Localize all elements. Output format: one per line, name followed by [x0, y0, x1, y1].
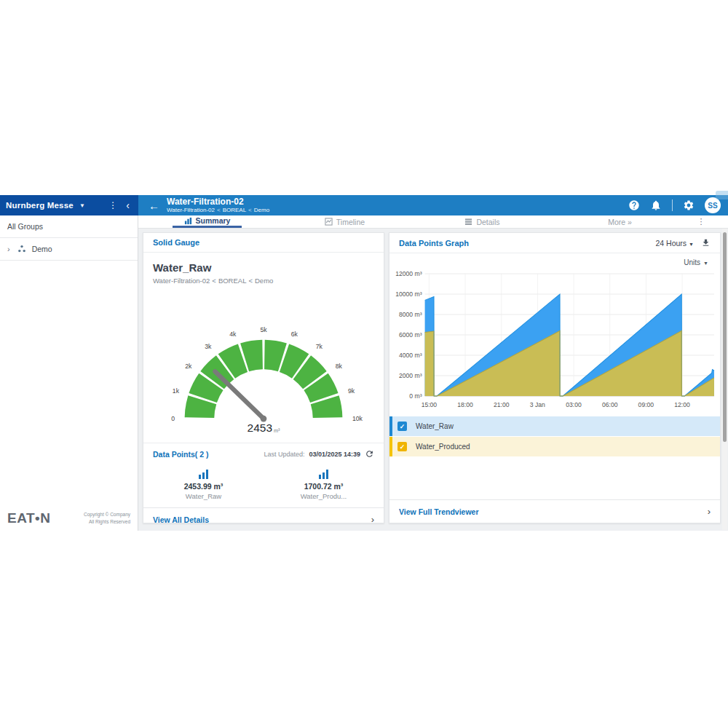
last-updated-value: 03/01/2025 14:39: [309, 451, 360, 458]
gauge-tick-label: 8k: [336, 363, 343, 370]
x-tick-label: 12:00: [674, 401, 690, 408]
units-label: Units: [684, 258, 700, 266]
breadcrumb-item[interactable]: BOREAL: [223, 207, 246, 213]
breadcrumb-item: Water-Filtration-02: [153, 277, 210, 285]
download-icon[interactable]: [701, 238, 711, 248]
data-point-value: 2453.99 m³: [184, 482, 223, 491]
timeline-icon: [325, 218, 333, 226]
series-area-water_produced: [425, 331, 714, 396]
tabs-more-options-icon[interactable]: ⋮: [689, 215, 713, 228]
data-points-title: Data Points( 2 ): [153, 450, 208, 459]
org-name: Nurnberg Messe: [6, 201, 74, 210]
view-all-details-link[interactable]: View All Details: [153, 515, 209, 524]
copyright-text: Copyright © Company All Rights Reserved: [84, 511, 130, 526]
header-divider: [672, 199, 673, 211]
area-chart[interactable]: 0 m³2000 m³4000 m³6000 m³8000 m³10000 m³…: [392, 268, 717, 411]
breadcrumb-item[interactable]: Water-Filtration-02: [167, 207, 215, 213]
org-switcher[interactable]: Nurnberg Messe ▼ ⋮ ‹: [0, 195, 138, 215]
x-tick-label: 06:00: [602, 401, 618, 408]
breadcrumb-separator: <: [248, 207, 252, 213]
chevron-right-icon[interactable]: ›: [7, 245, 10, 253]
scrollbar-track[interactable]: [722, 229, 727, 530]
y-tick-label: 12000 m³: [395, 270, 422, 277]
gauge-value: 2453m³: [248, 422, 280, 434]
tab-timeline[interactable]: Timeline: [276, 215, 414, 228]
x-tick-label: 15:00: [422, 401, 438, 408]
last-updated-label: Last Updated:: [264, 451, 304, 458]
breadcrumb-item[interactable]: Demo: [254, 207, 269, 213]
graph-card-header: Data Points Graph 24 Hours▼: [389, 233, 720, 253]
avatar[interactable]: SS: [705, 197, 721, 213]
settings-gear-icon[interactable]: [683, 199, 695, 211]
sidebar-more-options-icon[interactable]: ⋮: [103, 200, 123, 210]
tab-summary[interactable]: Summary: [138, 215, 276, 228]
tab-label: More »: [608, 218, 632, 226]
checkbox-checked-icon[interactable]: ✓: [397, 442, 407, 451]
app-shell: Nurnberg Messe ▼ ⋮ ‹ ← Water-Filtration-…: [0, 195, 728, 531]
legend-row-water-produced[interactable]: ✓ Water_Produced: [389, 437, 720, 456]
time-range-selector[interactable]: 24 Hours▼: [655, 239, 694, 248]
x-tick-label: 21:00: [494, 401, 510, 408]
y-tick-label: 0 m³: [409, 392, 422, 400]
gauge-tick-label: 0: [171, 415, 175, 422]
notifications-bell-icon[interactable]: [650, 199, 662, 211]
units-selector[interactable]: Units▼: [684, 258, 708, 266]
data-point-name: Water_Raw: [186, 492, 221, 500]
summary-barchart-icon: [184, 217, 192, 225]
chevron-right-icon: ›: [708, 507, 711, 516]
barchart-icon: [199, 469, 208, 479]
tab-label: Details: [476, 218, 499, 226]
breadcrumb-separator: <: [212, 277, 216, 285]
view-all-details-row[interactable]: View All Details ›: [143, 507, 384, 531]
breadcrumb-item: Demo: [255, 277, 273, 285]
view-full-trendviewer-link[interactable]: View Full Trendviewer: [399, 507, 479, 516]
chart-wrapper: 0 m³2000 m³4000 m³6000 m³8000 m³10000 m³…: [389, 266, 720, 414]
sidebar-item-demo[interactable]: › Demo: [0, 238, 138, 261]
tab-label: Summary: [196, 216, 231, 225]
data-point-tile[interactable]: 1700.72 m³ Water_Produ...: [264, 469, 384, 500]
chevron-down-icon: ▼: [79, 202, 85, 209]
x-tick-label: 03:00: [566, 401, 582, 408]
scrollbar-thumb[interactable]: [723, 232, 727, 442]
solid-gauge: 01k2k3k4k5k6k7k8k9k10k2453m³: [154, 288, 373, 443]
gauge-tick-label: 9k: [348, 387, 355, 395]
tab-more[interactable]: More »: [551, 215, 689, 228]
app-header: ← Water-Filtration-02 Water-Filtration-0…: [138, 195, 728, 215]
checkbox-checked-icon[interactable]: ✓: [397, 422, 407, 431]
legend-row-water-raw[interactable]: ✓ Water_Raw: [389, 416, 720, 436]
y-tick-label: 2000 m³: [399, 372, 422, 379]
data-points-graph-card: Data Points Graph 24 Hours▼ Units▼ 0 m³2…: [389, 232, 721, 523]
gauge-needle-pivot: [261, 416, 267, 422]
collapse-sidebar-icon[interactable]: ‹: [123, 200, 132, 210]
gauge-needle: [215, 371, 264, 419]
solid-gauge-card: Solid Gauge Water_Raw Water-Filtration-0…: [143, 232, 384, 523]
data-point-tile[interactable]: 2453.99 m³ Water_Raw: [143, 469, 264, 500]
eaton-logo: EAT•N: [7, 510, 50, 526]
view-full-trendviewer-row[interactable]: View Full Trendviewer ›: [389, 499, 720, 523]
gauge-tick-label: 5k: [260, 326, 267, 333]
gauge-tick-label: 4k: [229, 331, 237, 338]
cards-area: Solid Gauge Water_Raw Water-Filtration-0…: [138, 229, 721, 523]
data-point-value: 1700.72 m³: [304, 482, 344, 491]
gauge-body: Water_Raw Water-Filtration-02<BOREAL<Dem…: [143, 253, 384, 443]
units-row: Units▼: [389, 253, 720, 266]
tab-details[interactable]: Details: [414, 215, 551, 228]
help-icon[interactable]: [628, 199, 640, 211]
y-tick-label: 6000 m³: [399, 331, 422, 339]
gauge-tick-label: 3k: [205, 343, 212, 350]
legend-series-name: Water_Produced: [416, 443, 470, 451]
breadcrumb-separator: <: [217, 207, 221, 213]
header-title-block: Water-Filtration-02 Water-Filtration-02<…: [167, 197, 269, 214]
data-points-header: Data Points( 2 ) Last Updated: 03/01/202…: [143, 443, 384, 464]
x-tick-label: 09:00: [638, 401, 654, 408]
gauge-card-header: Solid Gauge: [143, 233, 384, 253]
y-tick-label: 10000 m³: [395, 290, 422, 298]
all-groups-label: All Groups: [0, 215, 138, 238]
refresh-icon[interactable]: [365, 449, 374, 459]
back-arrow-icon[interactable]: ←: [149, 199, 159, 212]
details-grid-icon: [464, 218, 472, 226]
breadcrumb-item: BOREAL: [218, 277, 247, 285]
tab-label: Timeline: [336, 218, 365, 226]
copyright-line2: All Rights Reserved: [89, 519, 130, 524]
y-tick-label: 4000 m³: [399, 352, 422, 359]
